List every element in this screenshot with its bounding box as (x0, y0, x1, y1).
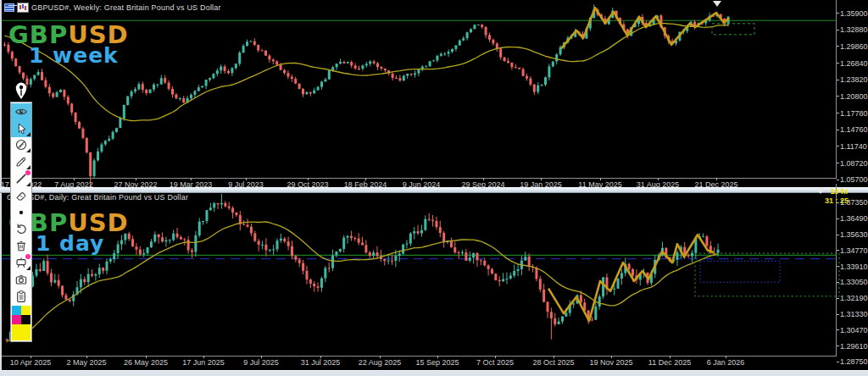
price-tick (837, 13, 839, 14)
price-label: 1.20800 (840, 92, 868, 101)
price-tick (837, 298, 839, 299)
date-label: 17 Jun 2025 (174, 358, 233, 367)
date-label: 28 Oct 2025 (524, 358, 583, 367)
clear-tool[interactable] (11, 237, 31, 254)
pen-nib-icon[interactable] (11, 75, 31, 100)
price-tick (837, 30, 839, 30)
price-tick (837, 46, 839, 47)
drawn-rectangle (700, 261, 780, 282)
price-label: 1.28750 (840, 357, 868, 366)
date-label: 22 Aug 2025 (350, 358, 409, 367)
current-color-swatch[interactable] (12, 324, 31, 340)
date-label: 29 Sep 2024 (453, 180, 513, 189)
visibility-tool[interactable] (11, 103, 31, 120)
color-swatch[interactable] (12, 315, 21, 324)
date-label: 29 Oct 2023 (278, 180, 337, 189)
camera-icon (14, 273, 28, 286)
price-tick (837, 63, 839, 64)
price-tick (837, 346, 839, 346)
date-label: 21 Dec 2025 (687, 180, 746, 189)
price-label: 1.33910 (840, 263, 868, 271)
weekly-title-row: GBPUSD#, Weekly: Great Britain Pound vs … (4, 3, 221, 13)
screenshot-tool[interactable] (11, 271, 31, 288)
line-tool[interactable] (11, 170, 31, 187)
color-swatch[interactable] (21, 315, 31, 324)
zigzag-line (561, 8, 729, 48)
date-label: 11 May 2025 (570, 180, 630, 189)
date-label: 9 Jun 2024 (392, 180, 451, 189)
trading-app-window: GBPUSD#, Weekly: Great Britain Pound vs … (0, 0, 868, 376)
price-label: 1.34770 (840, 246, 868, 255)
price-tick (837, 113, 839, 113)
window-bottom-border (0, 370, 868, 376)
drawn-rectangle (695, 253, 839, 296)
eye-icon (14, 105, 28, 119)
eraser-tool[interactable] (11, 187, 31, 204)
chart-window-icon[interactable] (17, 3, 29, 13)
date-label: 15 Sep 2025 (408, 358, 467, 367)
price-label: 1.29860 (840, 42, 868, 51)
price-tick (837, 202, 839, 203)
zigzag-line (548, 235, 714, 321)
timer-hours: 19 hr (825, 187, 849, 196)
brush-size[interactable] (11, 204, 31, 221)
price-label: 1.35630 (840, 230, 868, 239)
daily-candles-canvas[interactable] (2, 184, 837, 357)
date-label: 31 Jul 2025 (291, 358, 350, 367)
price-label: 1.32190 (840, 294, 868, 302)
submenu-corner (11, 137, 31, 154)
price-tick (837, 250, 839, 251)
clipboard-tool[interactable] (11, 288, 31, 305)
price-tick (837, 362, 839, 362)
annotation-toolbar (10, 102, 32, 342)
candles-layer (6, 194, 720, 342)
price-tick (837, 329, 839, 330)
price-label: 1.38920 (840, 0, 868, 1)
pen-tool[interactable] (11, 153, 31, 170)
submenu-corner (11, 153, 31, 170)
date-label: 27 Nov 2022 (106, 180, 165, 189)
market-watch-icon[interactable] (4, 3, 14, 12)
price-label: 1.23820 (840, 75, 868, 84)
price-tick (837, 96, 839, 97)
color-palette (12, 306, 31, 340)
date-label: 19 Nov 2025 (581, 358, 641, 367)
price-tick (837, 146, 839, 147)
price-label: 1.26840 (840, 59, 868, 68)
date-label: 11 Dec 2025 (640, 358, 699, 367)
select-tool[interactable] (11, 120, 31, 137)
submenu-corner (11, 120, 31, 137)
color-swatch[interactable] (21, 306, 31, 315)
undo-tool[interactable] (11, 221, 31, 238)
weekly-chart-title: GBPUSD#, Weekly: Great Britain Pound vs … (31, 3, 221, 12)
price-label: 1.35900 (840, 9, 868, 18)
date-label: 18 Feb 2024 (336, 180, 395, 189)
price-tick (837, 218, 839, 219)
price-tick (837, 266, 839, 267)
color-swatch[interactable] (12, 306, 21, 315)
daily-chart-title: GBPUSD#, Daily: Great Britain Pound vs U… (7, 193, 188, 202)
trash-icon (14, 239, 28, 252)
date-label: 6 Jan 2026 (696, 358, 755, 367)
price-label: 1.32880 (840, 25, 868, 34)
price-tick (837, 314, 839, 315)
price-tick (837, 130, 839, 130)
weekly-candles-canvas[interactable] (2, 0, 837, 179)
eraser-icon (14, 189, 28, 202)
price-label: 1.14760 (840, 125, 868, 134)
price-label: 1.33050 (840, 278, 868, 286)
date-label: 7 Oct 2025 (465, 358, 525, 367)
price-label: 1.30470 (840, 326, 868, 335)
chart-shift-marker[interactable] (816, 188, 825, 194)
chart-shift-marker[interactable] (713, 1, 721, 7)
clipboard-icon (14, 290, 28, 303)
date-label: 26 May 2025 (116, 358, 175, 367)
date-label: 9 Jul 2025 (231, 358, 291, 367)
price-label: 1.11740 (840, 142, 867, 151)
price-label: 1.29610 (840, 342, 868, 351)
price-tick (837, 180, 839, 180)
price-label: 1.37350 (840, 198, 868, 207)
dot-icon (14, 206, 28, 219)
whiteboard-tool[interactable] (11, 254, 31, 271)
no-draw-tool[interactable] (11, 137, 31, 154)
